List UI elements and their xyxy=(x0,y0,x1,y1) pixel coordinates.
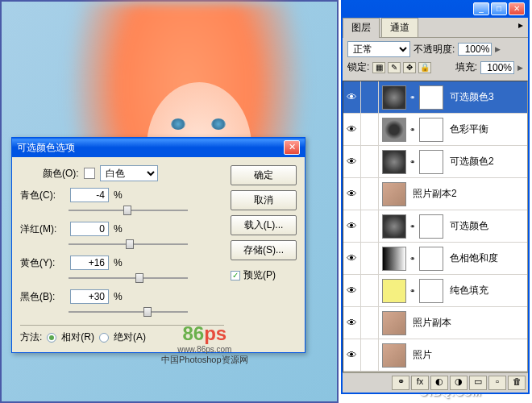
fill-input[interactable] xyxy=(480,61,514,74)
layer-name[interactable]: 纯色填充 xyxy=(447,284,527,297)
layer-mask-thumbnail[interactable] xyxy=(419,214,443,239)
visibility-toggle[interactable]: 👁 xyxy=(343,146,361,177)
visibility-toggle[interactable]: 👁 xyxy=(343,339,361,371)
layer-name[interactable]: 照片副本2 xyxy=(409,187,527,201)
mask-link-icon[interactable]: ⚭ xyxy=(409,255,417,263)
link-col[interactable] xyxy=(361,178,379,210)
link-col[interactable] xyxy=(361,114,379,145)
visibility-toggle[interactable]: 👁 xyxy=(343,275,361,306)
layer-mask-thumbnail[interactable] xyxy=(419,247,443,271)
layer-mask-button[interactable]: ◐ xyxy=(430,376,448,390)
mask-link-icon[interactable]: ⚭ xyxy=(409,287,417,295)
layer-row[interactable]: 👁⚭色彩平衡 xyxy=(343,114,527,146)
visibility-toggle[interactable]: 👁 xyxy=(343,81,361,113)
ok-button[interactable]: 确定 xyxy=(231,165,297,185)
opacity-input[interactable] xyxy=(458,43,492,56)
link-col[interactable] xyxy=(361,339,379,371)
layer-name[interactable]: 可选颜色3 xyxy=(447,90,527,104)
mask-link-icon[interactable]: ⚭ xyxy=(409,158,417,166)
visibility-toggle[interactable]: 👁 xyxy=(343,178,361,210)
visibility-toggle[interactable]: 👁 xyxy=(343,243,361,274)
link-col[interactable] xyxy=(361,210,379,242)
load-button[interactable]: 载入(L)... xyxy=(231,215,297,235)
absolute-radio[interactable] xyxy=(99,333,109,343)
dialog-titlebar[interactable]: 可选颜色选项 ✕ xyxy=(12,138,305,157)
layer-row[interactable]: 👁照片副本 xyxy=(343,307,527,339)
lock-transparency-icon[interactable]: ▦ xyxy=(372,62,385,73)
mask-link-icon[interactable]: ⚭ xyxy=(409,126,417,134)
dialog-close-button[interactable]: ✕ xyxy=(284,140,300,155)
layer-thumbnail[interactable] xyxy=(382,279,406,303)
blend-mode-dropdown[interactable]: 正常 xyxy=(347,41,410,57)
layer-name[interactable]: 可选颜色 xyxy=(447,219,527,233)
new-layer-button[interactable]: ▫ xyxy=(488,376,506,390)
layer-thumbnail[interactable] xyxy=(382,343,406,368)
delete-layer-button[interactable]: 🗑 xyxy=(508,376,526,390)
opacity-arrow-icon[interactable]: ▶ xyxy=(495,45,501,53)
black-input[interactable] xyxy=(70,289,109,304)
lock-position-icon[interactable]: ✥ xyxy=(403,62,416,73)
minimize-button[interactable]: _ xyxy=(473,2,489,15)
tab-channels[interactable]: 通道 xyxy=(381,18,418,37)
layer-style-button[interactable]: fx xyxy=(411,376,429,390)
layer-row[interactable]: 👁⚭纯色填充 xyxy=(343,275,527,307)
panel-close-button[interactable]: ✕ xyxy=(509,2,525,15)
link-col[interactable] xyxy=(361,275,379,306)
layer-thumbnail[interactable] xyxy=(382,182,406,206)
color-dropdown[interactable]: 白色 xyxy=(100,165,158,181)
layer-thumbnail[interactable] xyxy=(382,118,406,142)
layer-thumbnail[interactable] xyxy=(382,311,406,335)
layer-row[interactable]: 👁⚭色相饱和度 xyxy=(343,243,527,275)
layer-thumbnail[interactable] xyxy=(382,247,406,271)
link-col[interactable] xyxy=(361,81,379,113)
visibility-toggle[interactable]: 👁 xyxy=(343,210,361,242)
link-col[interactable] xyxy=(361,243,379,274)
black-slider[interactable] xyxy=(69,305,188,318)
layer-mask-thumbnail[interactable] xyxy=(419,279,443,303)
cyan-input[interactable] xyxy=(70,188,109,202)
layer-thumbnail[interactable] xyxy=(382,214,406,239)
link-col[interactable] xyxy=(361,307,379,339)
fill-arrow-icon[interactable]: ▶ xyxy=(517,64,523,72)
visibility-toggle[interactable]: 👁 xyxy=(343,114,361,145)
adjustment-layer-button[interactable]: ◑ xyxy=(450,376,468,390)
relative-radio[interactable] xyxy=(47,333,56,343)
cyan-slider[interactable] xyxy=(69,204,188,217)
layer-name[interactable]: 照片副本 xyxy=(409,316,527,330)
panel-menu-icon[interactable]: ▸ xyxy=(513,18,528,37)
layer-name[interactable]: 可选颜色2 xyxy=(447,155,527,168)
layer-row[interactable]: 👁⚭可选颜色2 xyxy=(343,146,527,178)
layer-group-button[interactable]: ▭ xyxy=(469,376,487,390)
preview-checkbox[interactable]: ✓ xyxy=(231,271,240,280)
layer-row[interactable]: 👁照片副本2 xyxy=(343,178,527,210)
lock-pixels-icon[interactable]: ✎ xyxy=(388,62,401,73)
preview-label[interactable]: 预览(P) xyxy=(243,268,276,282)
tab-layers[interactable]: 图层 xyxy=(343,18,380,38)
layer-thumbnail[interactable] xyxy=(382,85,406,110)
lock-all-icon[interactable]: 🔒 xyxy=(418,62,431,73)
absolute-label[interactable]: 绝对(A) xyxy=(114,330,146,344)
layer-name[interactable]: 色彩平衡 xyxy=(447,123,527,136)
layer-mask-thumbnail[interactable] xyxy=(419,85,443,110)
layer-mask-thumbnail[interactable] xyxy=(419,150,443,174)
cancel-button[interactable]: 取消 xyxy=(231,190,297,210)
link-layers-button[interactable]: ⚭ xyxy=(392,376,409,390)
layer-name[interactable]: 照片 xyxy=(409,348,527,362)
mask-link-icon[interactable]: ⚭ xyxy=(409,93,417,102)
maximize-button[interactable]: □ xyxy=(491,2,507,15)
layer-mask-thumbnail[interactable] xyxy=(419,118,443,142)
yellow-slider[interactable] xyxy=(69,272,188,285)
panel-titlebar[interactable]: _ □ ✕ xyxy=(343,0,528,18)
save-button[interactable]: 存储(S)... xyxy=(231,240,297,260)
link-col[interactable] xyxy=(361,146,379,177)
layer-name[interactable]: 色相饱和度 xyxy=(447,251,527,265)
layer-row[interactable]: 👁照片 xyxy=(343,339,527,372)
magenta-input[interactable] xyxy=(70,222,109,236)
relative-label[interactable]: 相对(R) xyxy=(61,330,94,344)
mask-link-icon[interactable]: ⚭ xyxy=(409,222,417,231)
layer-row[interactable]: 👁⚭可选颜色3 xyxy=(343,81,527,114)
magenta-slider[interactable] xyxy=(69,238,188,251)
visibility-toggle[interactable]: 👁 xyxy=(343,307,361,339)
yellow-input[interactable] xyxy=(70,256,109,270)
layer-row[interactable]: 👁⚭可选颜色 xyxy=(343,210,527,243)
